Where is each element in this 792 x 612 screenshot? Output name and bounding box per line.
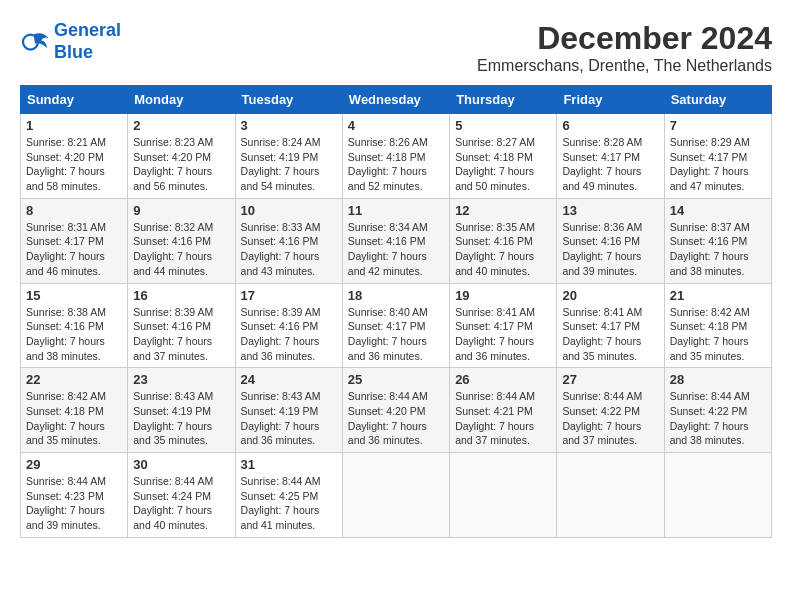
day-info: Sunrise: 8:44 AMSunset: 4:20 PMDaylight:… xyxy=(348,389,444,448)
day-info: Sunrise: 8:37 AMSunset: 4:16 PMDaylight:… xyxy=(670,220,766,279)
day-info: Sunrise: 8:31 AMSunset: 4:17 PMDaylight:… xyxy=(26,220,122,279)
title-block: December 2024 Emmerschans, Drenthe, The … xyxy=(477,20,772,75)
logo: General Blue xyxy=(20,20,121,63)
day-number: 21 xyxy=(670,288,766,303)
day-number: 2 xyxy=(133,118,229,133)
day-info: Sunrise: 8:43 AMSunset: 4:19 PMDaylight:… xyxy=(133,389,229,448)
calendar-cell: 12Sunrise: 8:35 AMSunset: 4:16 PMDayligh… xyxy=(450,198,557,283)
day-info: Sunrise: 8:36 AMSunset: 4:16 PMDaylight:… xyxy=(562,220,658,279)
day-info: Sunrise: 8:26 AMSunset: 4:18 PMDaylight:… xyxy=(348,135,444,194)
day-number: 9 xyxy=(133,203,229,218)
day-number: 27 xyxy=(562,372,658,387)
day-header-wednesday: Wednesday xyxy=(342,86,449,114)
calendar-cell xyxy=(557,453,664,538)
day-number: 30 xyxy=(133,457,229,472)
calendar-cell: 26Sunrise: 8:44 AMSunset: 4:21 PMDayligh… xyxy=(450,368,557,453)
day-info: Sunrise: 8:39 AMSunset: 4:16 PMDaylight:… xyxy=(241,305,337,364)
logo-icon xyxy=(20,27,50,57)
day-number: 16 xyxy=(133,288,229,303)
day-info: Sunrise: 8:44 AMSunset: 4:23 PMDaylight:… xyxy=(26,474,122,533)
calendar-cell xyxy=(450,453,557,538)
day-number: 31 xyxy=(241,457,337,472)
calendar-cell: 17Sunrise: 8:39 AMSunset: 4:16 PMDayligh… xyxy=(235,283,342,368)
day-info: Sunrise: 8:39 AMSunset: 4:16 PMDaylight:… xyxy=(133,305,229,364)
calendar-cell: 29Sunrise: 8:44 AMSunset: 4:23 PMDayligh… xyxy=(21,453,128,538)
calendar-cell: 4Sunrise: 8:26 AMSunset: 4:18 PMDaylight… xyxy=(342,114,449,199)
day-info: Sunrise: 8:41 AMSunset: 4:17 PMDaylight:… xyxy=(562,305,658,364)
day-number: 25 xyxy=(348,372,444,387)
day-info: Sunrise: 8:44 AMSunset: 4:22 PMDaylight:… xyxy=(562,389,658,448)
day-info: Sunrise: 8:23 AMSunset: 4:20 PMDaylight:… xyxy=(133,135,229,194)
day-info: Sunrise: 8:40 AMSunset: 4:17 PMDaylight:… xyxy=(348,305,444,364)
day-number: 12 xyxy=(455,203,551,218)
calendar-table: SundayMondayTuesdayWednesdayThursdayFrid… xyxy=(20,85,772,538)
day-number: 5 xyxy=(455,118,551,133)
calendar-cell: 27Sunrise: 8:44 AMSunset: 4:22 PMDayligh… xyxy=(557,368,664,453)
day-header-saturday: Saturday xyxy=(664,86,771,114)
day-info: Sunrise: 8:29 AMSunset: 4:17 PMDaylight:… xyxy=(670,135,766,194)
day-header-monday: Monday xyxy=(128,86,235,114)
day-info: Sunrise: 8:44 AMSunset: 4:25 PMDaylight:… xyxy=(241,474,337,533)
calendar-cell: 5Sunrise: 8:27 AMSunset: 4:18 PMDaylight… xyxy=(450,114,557,199)
calendar-cell: 18Sunrise: 8:40 AMSunset: 4:17 PMDayligh… xyxy=(342,283,449,368)
day-info: Sunrise: 8:42 AMSunset: 4:18 PMDaylight:… xyxy=(26,389,122,448)
calendar-cell: 15Sunrise: 8:38 AMSunset: 4:16 PMDayligh… xyxy=(21,283,128,368)
location-title: Emmerschans, Drenthe, The Netherlands xyxy=(477,57,772,75)
calendar-cell: 20Sunrise: 8:41 AMSunset: 4:17 PMDayligh… xyxy=(557,283,664,368)
day-info: Sunrise: 8:32 AMSunset: 4:16 PMDaylight:… xyxy=(133,220,229,279)
header: General Blue December 2024 Emmerschans, … xyxy=(20,20,772,75)
calendar-cell: 11Sunrise: 8:34 AMSunset: 4:16 PMDayligh… xyxy=(342,198,449,283)
day-number: 29 xyxy=(26,457,122,472)
day-number: 14 xyxy=(670,203,766,218)
day-number: 10 xyxy=(241,203,337,218)
calendar-cell: 10Sunrise: 8:33 AMSunset: 4:16 PMDayligh… xyxy=(235,198,342,283)
day-number: 8 xyxy=(26,203,122,218)
day-number: 3 xyxy=(241,118,337,133)
calendar-cell xyxy=(664,453,771,538)
month-title: December 2024 xyxy=(477,20,772,57)
day-info: Sunrise: 8:41 AMSunset: 4:17 PMDaylight:… xyxy=(455,305,551,364)
day-info: Sunrise: 8:43 AMSunset: 4:19 PMDaylight:… xyxy=(241,389,337,448)
logo-text: General Blue xyxy=(54,20,121,63)
day-info: Sunrise: 8:27 AMSunset: 4:18 PMDaylight:… xyxy=(455,135,551,194)
day-info: Sunrise: 8:44 AMSunset: 4:22 PMDaylight:… xyxy=(670,389,766,448)
calendar-cell: 7Sunrise: 8:29 AMSunset: 4:17 PMDaylight… xyxy=(664,114,771,199)
calendar-cell: 14Sunrise: 8:37 AMSunset: 4:16 PMDayligh… xyxy=(664,198,771,283)
day-number: 26 xyxy=(455,372,551,387)
day-header-sunday: Sunday xyxy=(21,86,128,114)
calendar-cell: 25Sunrise: 8:44 AMSunset: 4:20 PMDayligh… xyxy=(342,368,449,453)
calendar-cell: 6Sunrise: 8:28 AMSunset: 4:17 PMDaylight… xyxy=(557,114,664,199)
day-header-friday: Friday xyxy=(557,86,664,114)
day-info: Sunrise: 8:44 AMSunset: 4:21 PMDaylight:… xyxy=(455,389,551,448)
calendar-cell: 21Sunrise: 8:42 AMSunset: 4:18 PMDayligh… xyxy=(664,283,771,368)
day-number: 15 xyxy=(26,288,122,303)
calendar-cell: 2Sunrise: 8:23 AMSunset: 4:20 PMDaylight… xyxy=(128,114,235,199)
day-info: Sunrise: 8:28 AMSunset: 4:17 PMDaylight:… xyxy=(562,135,658,194)
day-number: 13 xyxy=(562,203,658,218)
calendar-cell: 9Sunrise: 8:32 AMSunset: 4:16 PMDaylight… xyxy=(128,198,235,283)
day-info: Sunrise: 8:34 AMSunset: 4:16 PMDaylight:… xyxy=(348,220,444,279)
day-info: Sunrise: 8:38 AMSunset: 4:16 PMDaylight:… xyxy=(26,305,122,364)
calendar-cell: 3Sunrise: 8:24 AMSunset: 4:19 PMDaylight… xyxy=(235,114,342,199)
calendar-cell: 31Sunrise: 8:44 AMSunset: 4:25 PMDayligh… xyxy=(235,453,342,538)
calendar-cell: 30Sunrise: 8:44 AMSunset: 4:24 PMDayligh… xyxy=(128,453,235,538)
day-number: 18 xyxy=(348,288,444,303)
day-number: 6 xyxy=(562,118,658,133)
calendar-cell: 1Sunrise: 8:21 AMSunset: 4:20 PMDaylight… xyxy=(21,114,128,199)
calendar-cell: 28Sunrise: 8:44 AMSunset: 4:22 PMDayligh… xyxy=(664,368,771,453)
day-number: 23 xyxy=(133,372,229,387)
calendar-cell: 24Sunrise: 8:43 AMSunset: 4:19 PMDayligh… xyxy=(235,368,342,453)
calendar-cell: 19Sunrise: 8:41 AMSunset: 4:17 PMDayligh… xyxy=(450,283,557,368)
calendar-cell: 16Sunrise: 8:39 AMSunset: 4:16 PMDayligh… xyxy=(128,283,235,368)
calendar-cell: 22Sunrise: 8:42 AMSunset: 4:18 PMDayligh… xyxy=(21,368,128,453)
day-number: 17 xyxy=(241,288,337,303)
calendar-cell xyxy=(342,453,449,538)
day-info: Sunrise: 8:24 AMSunset: 4:19 PMDaylight:… xyxy=(241,135,337,194)
day-info: Sunrise: 8:21 AMSunset: 4:20 PMDaylight:… xyxy=(26,135,122,194)
calendar-cell: 23Sunrise: 8:43 AMSunset: 4:19 PMDayligh… xyxy=(128,368,235,453)
calendar-cell: 13Sunrise: 8:36 AMSunset: 4:16 PMDayligh… xyxy=(557,198,664,283)
day-number: 20 xyxy=(562,288,658,303)
day-info: Sunrise: 8:42 AMSunset: 4:18 PMDaylight:… xyxy=(670,305,766,364)
day-number: 7 xyxy=(670,118,766,133)
day-info: Sunrise: 8:33 AMSunset: 4:16 PMDaylight:… xyxy=(241,220,337,279)
